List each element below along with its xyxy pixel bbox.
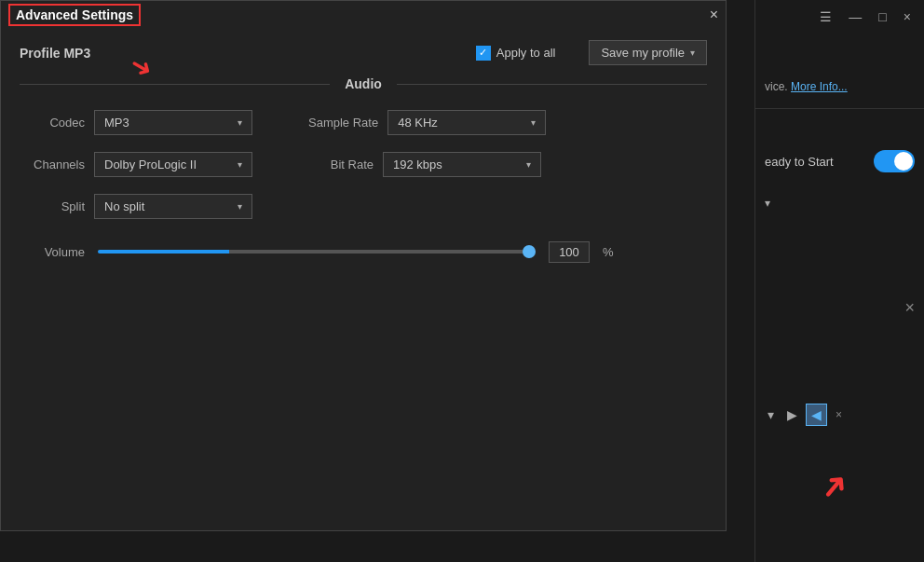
audio-section-title: Audio	[330, 76, 397, 91]
volume-row: Volume 100 %	[1, 241, 726, 263]
bit-rate-value: 192 kbps	[393, 158, 442, 171]
split-row: Split No split ▾	[20, 194, 252, 219]
split-select[interactable]: No split ▾	[94, 194, 252, 219]
section-line-right	[397, 84, 707, 85]
form-area: Codec MP3 ▾ Channels Dolby ProLogic II ▾…	[1, 110, 726, 219]
audio-section-header: Audio	[1, 76, 726, 91]
channels-row: Channels Dolby ProLogic II ▾	[20, 152, 252, 177]
advanced-settings-dialog: Advanced Settings × Profile MP3 ✓ Apply …	[0, 0, 727, 531]
panel-close-button[interactable]: ×	[904, 298, 915, 318]
sample-rate-dropdown-arrow: ▾	[531, 117, 536, 128]
volume-percent: %	[603, 245, 614, 259]
transport-play-button[interactable]: ▶	[782, 404, 802, 425]
transport-dropdown-button[interactable]: ▾	[763, 404, 779, 425]
ready-to-start-label: eady to Start	[765, 155, 834, 169]
more-info-link[interactable]: More Info...	[791, 80, 848, 93]
channels-value: Dolby ProLogic II	[104, 158, 197, 171]
volume-value-box: 100	[549, 241, 590, 263]
split-label: Split	[20, 199, 85, 213]
win-controls: ☰ — □ ×	[807, 4, 924, 30]
dialog-title: Advanced Settings	[8, 4, 141, 26]
save-profile-button[interactable]: Save my profile ▾	[589, 40, 707, 65]
sample-rate-row: Sample Rate 48 KHz ▾	[308, 110, 546, 135]
win-menu-button[interactable]: ☰	[814, 7, 837, 26]
codec-row: Codec MP3 ▾	[20, 110, 252, 135]
sample-rate-select[interactable]: 48 KHz ▾	[387, 110, 546, 135]
form-col-left: Codec MP3 ▾ Channels Dolby ProLogic II ▾…	[20, 110, 252, 219]
apply-to-all-group: ✓ Apply to all	[476, 46, 556, 61]
bit-rate-dropdown-arrow: ▾	[526, 159, 531, 170]
panel-divider	[755, 108, 924, 109]
dialog-close-button[interactable]: ×	[710, 7, 718, 23]
bit-rate-row: Bit Rate 192 kbps ▾	[308, 152, 546, 177]
toggle-thumb	[894, 152, 913, 171]
channels-label: Channels	[20, 158, 85, 171]
save-profile-dropdown-arrow: ▾	[690, 48, 695, 58]
more-info-prefix: vice.	[765, 80, 791, 93]
volume-slider[interactable]	[98, 250, 536, 254]
split-value: No split	[104, 199, 144, 213]
sample-rate-value: 48 KHz	[398, 116, 438, 130]
codec-dropdown-arrow: ▾	[238, 117, 242, 128]
apply-to-all-label: Apply to all	[496, 46, 556, 60]
form-col-right: Sample Rate 48 KHz ▾ Bit Rate 192 kbps ▾	[308, 110, 546, 219]
panel-dropdown-row: ▾	[755, 189, 924, 217]
ready-to-start-toggle[interactable]	[874, 150, 915, 172]
win-maximize-button[interactable]: □	[873, 7, 891, 26]
more-info-row: vice. More Info...	[755, 73, 924, 101]
codec-label: Codec	[20, 116, 85, 130]
win-close-button[interactable]: ×	[898, 7, 917, 26]
top-bar: Profile MP3 ✓ Apply to all Save my profi…	[1, 29, 726, 76]
win-minimize-button[interactable]: —	[843, 7, 867, 26]
save-profile-label: Save my profile	[601, 46, 685, 60]
codec-value: MP3	[104, 116, 129, 130]
codec-select[interactable]: MP3 ▾	[94, 110, 252, 135]
ready-to-start-row: eady to Start	[755, 135, 924, 180]
right-panel: ☰ — □ × vice. More Info... eady to Start…	[754, 0, 924, 562]
sample-rate-label: Sample Rate	[308, 116, 378, 130]
transport-controls-row: ▾ ▶ ◀ ×	[755, 398, 854, 432]
volume-label: Volume	[20, 245, 85, 259]
channels-dropdown-arrow: ▾	[238, 159, 242, 170]
panel-dropdown-arrow-icon[interactable]: ▾	[765, 197, 770, 210]
section-line-left	[20, 84, 330, 85]
title-bar: Advanced Settings ×	[1, 1, 726, 29]
transport-close-button[interactable]: ×	[831, 405, 847, 424]
profile-label: Profile MP3	[20, 46, 90, 61]
transport-active-button[interactable]: ◀	[806, 404, 827, 426]
split-dropdown-arrow: ▾	[238, 201, 242, 212]
bit-rate-label: Bit Rate	[308, 158, 374, 171]
channels-select[interactable]: Dolby ProLogic II ▾	[94, 152, 252, 177]
bit-rate-select[interactable]: 192 kbps ▾	[383, 152, 541, 177]
apply-to-all-checkbox[interactable]: ✓	[476, 46, 491, 61]
volume-slider-wrap	[98, 250, 536, 255]
